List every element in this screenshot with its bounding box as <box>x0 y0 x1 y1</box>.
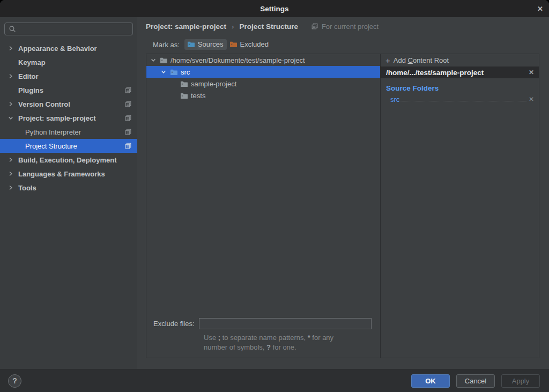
tree-row-tests[interactable]: tests <box>146 90 380 101</box>
content-root-row[interactable]: /home/.../test/sample-project ✕ <box>381 66 539 78</box>
per-project-settings-icon <box>124 142 132 150</box>
sidebar-item-project-sample-project[interactable]: Project: sample-project <box>0 111 137 125</box>
sidebar-item-build-execution-deployment[interactable]: Build, Execution, Deployment <box>0 153 137 167</box>
breadcrumb-project[interactable]: Project: sample-project <box>146 23 226 31</box>
chevron-down-icon <box>161 69 167 75</box>
sidebar-item-python-interpreter[interactable]: Python Interpreter <box>0 125 137 139</box>
source-folder-row-src[interactable]: src✕ <box>381 94 539 105</box>
search-icon <box>9 25 16 33</box>
settings-sidebar: Appearance & BehaviorKeymapEditorPlugins… <box>0 17 137 369</box>
scope-indicator: For current project <box>311 23 379 31</box>
apply-button[interactable]: Apply <box>501 374 540 388</box>
tree-row-src[interactable]: src <box>146 66 380 78</box>
footer-buttons: OK Cancel Apply <box>411 374 540 388</box>
per-project-settings-icon <box>124 114 132 122</box>
dotted-leader <box>400 101 527 101</box>
exclude-files-input[interactable] <box>199 318 372 329</box>
sidebar-item-editor[interactable]: Editor <box>0 69 137 83</box>
settings-search-input[interactable] <box>19 25 129 33</box>
sidebar-item-version-control[interactable]: Version Control <box>0 97 137 111</box>
close-icon[interactable]: ✕ <box>537 0 543 17</box>
chevron-right-icon <box>8 101 15 107</box>
sidebar-item-tools[interactable]: Tools <box>0 181 137 195</box>
sidebar-item-plugins[interactable]: Plugins <box>0 83 137 97</box>
content-tree: /home/sven/Dokumente/test/sample-project… <box>146 54 380 101</box>
content-root-panel: + Add Content Root /home/.../test/sample… <box>380 54 539 358</box>
per-project-settings-icon <box>311 23 318 30</box>
sidebar-item-appearance-behavior[interactable]: Appearance & Behavior <box>0 41 137 55</box>
chevron-down-icon <box>8 115 15 121</box>
source-folders-title: Source Folders <box>386 84 539 92</box>
remove-content-root-icon[interactable]: ✕ <box>529 69 534 76</box>
sidebar-item-label: Appearance & Behavior <box>18 45 132 53</box>
sidebar-nav: Appearance & BehaviorKeymapEditorPlugins… <box>0 41 137 195</box>
sidebar-item-label: Python Interpreter <box>25 128 121 136</box>
breadcrumb: Project: sample-project › Project Struct… <box>137 17 549 35</box>
structure-panels: /home/sven/Dokumente/test/sample-project… <box>146 54 539 358</box>
source-folders-list: src✕ <box>381 94 539 105</box>
mark-excluded-label: Excluded <box>240 40 269 48</box>
sidebar-item-project-structure[interactable]: Project Structure <box>0 139 137 153</box>
exclude-files-label: Exclude files: <box>153 320 195 328</box>
breadcrumb-page: Project Structure <box>239 23 298 31</box>
chevron-right-icon <box>8 185 15 190</box>
settings-dialog: Settings ✕ Appearance & BehaviorKeymapEd… <box>0 0 549 392</box>
chevron-right-icon <box>8 46 15 51</box>
sidebar-item-label: Plugins <box>18 86 121 94</box>
sidebar-item-languages-frameworks[interactable]: Languages & Frameworks <box>0 167 137 181</box>
per-project-settings-icon <box>124 100 132 108</box>
sidebar-item-label: Project: sample-project <box>18 114 121 122</box>
folder-icon <box>180 92 188 99</box>
breadcrumb-separator-icon: › <box>232 23 234 31</box>
mark-as-label: Mark as: <box>153 41 180 49</box>
mark-excluded-button[interactable]: Excluded <box>227 39 272 50</box>
sidebar-item-label: Tools <box>18 184 132 192</box>
titlebar: Settings ✕ <box>0 0 549 17</box>
folder-icon <box>170 69 178 76</box>
sidebar-item-label: Keymap <box>18 58 132 66</box>
sidebar-item-keymap[interactable]: Keymap <box>0 55 137 69</box>
sidebar-item-label: Languages & Frameworks <box>18 170 132 178</box>
remove-source-folder-icon[interactable]: ✕ <box>529 95 534 103</box>
cancel-button[interactable]: Cancel <box>456 374 495 388</box>
dialog-title: Settings <box>260 5 288 13</box>
sources-folder-icon <box>187 41 195 48</box>
tree-row-label: tests <box>191 92 205 100</box>
per-project-settings-icon <box>124 128 132 136</box>
tree-row-label: src <box>181 68 190 76</box>
chevron-right-icon <box>8 157 15 162</box>
folder-icon <box>180 80 188 87</box>
add-content-root-label: Add Content Root <box>394 56 449 64</box>
tree-row-sample-project[interactable]: sample-project <box>146 78 380 90</box>
plus-icon: + <box>385 56 390 64</box>
sidebar-item-label: Editor <box>18 72 132 80</box>
sidebar-item-label: Build, Execution, Deployment <box>18 156 132 164</box>
settings-content: Project: sample-project › Project Struct… <box>137 17 549 369</box>
settings-search-box[interactable] <box>4 23 133 35</box>
tree-spacer <box>146 101 380 318</box>
scope-label: For current project <box>322 23 379 31</box>
mark-sources-label: Sources <box>198 40 224 48</box>
content-root-path: /home/.../test/sample-project <box>386 69 484 77</box>
folder-icon <box>160 57 168 64</box>
dialog-footer: ? OK Cancel Apply <box>0 369 549 392</box>
per-project-settings-icon <box>124 86 132 94</box>
chevron-right-icon <box>8 171 15 176</box>
exclude-files-block: Exclude files: Use ; to separate name pa… <box>146 318 380 358</box>
help-button[interactable]: ? <box>8 374 21 388</box>
sidebar-item-label: Version Control <box>18 100 121 108</box>
ok-button[interactable]: OK <box>411 374 450 388</box>
tree-row-home-sven-dokumente-test-sample-project[interactable]: /home/sven/Dokumente/test/sample-project <box>146 54 380 66</box>
sidebar-item-label: Project Structure <box>25 142 121 150</box>
content-tree-panel: /home/sven/Dokumente/test/sample-project… <box>146 54 381 358</box>
tree-row-label: sample-project <box>191 80 236 88</box>
source-folder-label: src <box>390 95 399 103</box>
tree-row-label: /home/sven/Dokumente/test/sample-project <box>170 56 305 64</box>
add-content-root-button[interactable]: + Add Content Root <box>381 54 539 66</box>
excluded-folder-icon <box>229 41 238 48</box>
chevron-right-icon <box>8 73 15 79</box>
dialog-body: Appearance & BehaviorKeymapEditorPlugins… <box>0 17 549 369</box>
mark-sources-button[interactable]: Sources <box>184 39 227 50</box>
chevron-down-icon <box>151 57 157 63</box>
mark-as-toolbar: Mark as: Sources Excluded <box>137 35 549 54</box>
